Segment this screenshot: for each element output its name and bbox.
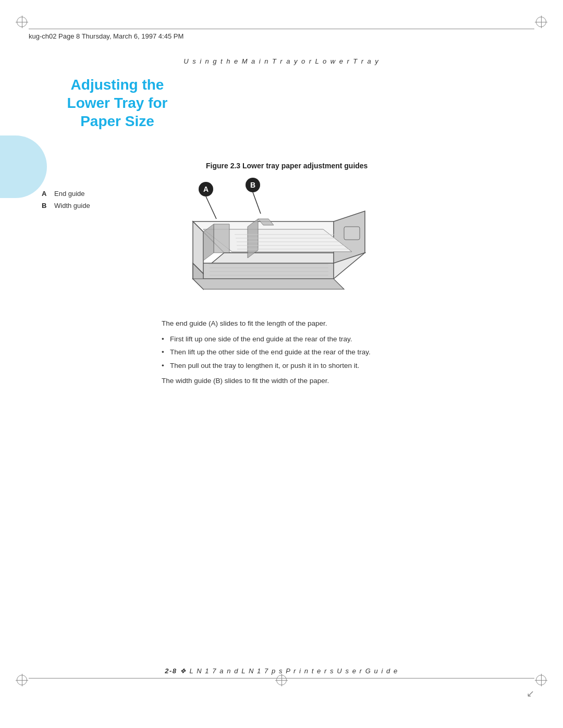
pointer-a [206, 196, 216, 219]
reg-mark-tr [535, 16, 547, 28]
body-text-area: The end guide (A) slides to fit the leng… [162, 318, 521, 391]
reg-mark-tl [16, 16, 28, 28]
label-a: A [203, 185, 209, 193]
reg-mark-bl [16, 674, 28, 686]
tray-base [193, 279, 344, 289]
page: kug-ch02 Page 8 Thursday, March 6, 1997 … [0, 0, 563, 728]
header-text: kug-ch02 Page 8 Thursday, March 6, 1997 … [29, 32, 534, 40]
end-guide [214, 224, 229, 253]
corner-arrow: ↙ [527, 688, 534, 699]
right-handle [344, 227, 360, 240]
footer-page-num: 2-8 [165, 667, 177, 675]
label-b: B [250, 181, 255, 189]
decorative-blob [0, 135, 47, 198]
heading-line1: Adjusting the [29, 76, 206, 94]
bullet-item-2: Then lift up the other side of the end g… [162, 347, 521, 358]
main-heading: Adjusting the Lower Tray for Paper Size [29, 76, 206, 130]
tray-front [193, 263, 334, 279]
legend-key-b: B [42, 200, 49, 212]
legend-label-a: End guide [54, 188, 85, 200]
figure-illustration: A B [162, 175, 386, 305]
header-bar: kug-ch02 Page 8 Thursday, March 6, 1997 … [29, 29, 534, 40]
bullet-list: First lift up one side of the end guide … [162, 334, 521, 372]
body-paragraph2: The width guide (B) slides to fit the wi… [162, 375, 521, 387]
bullet-item-1: First lift up one side of the end guide … [162, 334, 521, 345]
legend: A End guide B Width guide [42, 188, 90, 212]
body-paragraph1: The end guide (A) slides to fit the leng… [162, 318, 521, 329]
bullet-item-3: Then pull out the tray to lengthen it, o… [162, 360, 521, 372]
tray-diagram: A B [162, 175, 386, 305]
pointer-b [253, 192, 261, 214]
legend-item-a: A End guide [42, 188, 90, 200]
heading-line2: Lower Tray for [29, 94, 206, 112]
footer-text: 2-8 ❖ L N 1 7 a n d L N 1 7 p s P r i n … [165, 667, 398, 675]
legend-label-b: Width guide [54, 200, 90, 212]
footer-title: L N 1 7 a n d L N 1 7 p s P r i n t e r … [190, 667, 398, 675]
page-subtitle: U s i n g t h e M a i n T r a y o r L o … [29, 57, 534, 65]
legend-key-a: A [42, 188, 49, 200]
figure-caption: Figure 2.3 Lower tray paper adjustment g… [206, 162, 368, 170]
footer-diamond: ❖ [180, 667, 190, 675]
heading-line3: Paper Size [29, 112, 206, 130]
footer-bar: 2-8 ❖ L N 1 7 a n d L N 1 7 p s P r i n … [29, 667, 534, 678]
reg-mark-br [535, 674, 547, 686]
legend-item-b: B Width guide [42, 200, 90, 212]
